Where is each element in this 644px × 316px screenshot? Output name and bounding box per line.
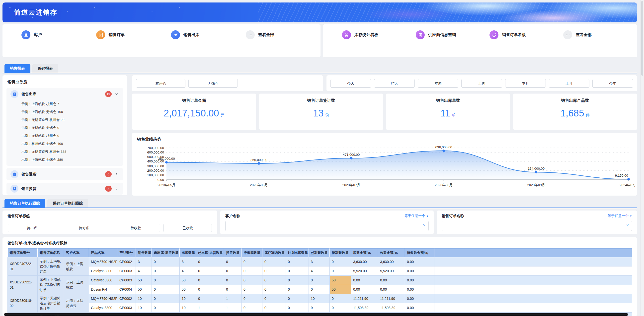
kpi-row: 销售订单金额 2,017,150.00元销售订单签订数 13份销售出库单数 11… (132, 94, 637, 130)
kpi-card: 销售出库单数 11单 (386, 94, 510, 130)
table-cell: 3,630.00 (378, 257, 405, 267)
svg-text:200,000.00: 200,000.00 (147, 169, 164, 172)
sales-flow-group-header[interactable]: 销售退货 6 (6, 168, 123, 180)
table-cell: MQM8790-HS2R (89, 257, 118, 267)
table-cell: 0 (196, 294, 224, 303)
table-cell: 11,508.39 (351, 303, 378, 313)
quick-nav-item[interactable]: 销售订单看板 (490, 30, 563, 39)
table-cell: 0 (309, 276, 330, 285)
customer-name-select[interactable]: ˅ (225, 221, 429, 231)
table-cell: 0 (242, 285, 262, 294)
cell-order-no: XSDD230918-02 (8, 294, 38, 313)
table-cell: 10 (180, 303, 196, 313)
table-cell: 50 (136, 276, 152, 285)
banner-decoration (258, 2, 637, 22)
order-tag-button[interactable]: 待对账 (60, 224, 108, 232)
quick-nav-item[interactable]: 销售订单 (96, 30, 171, 39)
quick-nav-item[interactable]: 销售出库 (171, 30, 246, 39)
vertical-scrollbar[interactable] (640, 0, 644, 316)
table-cell: 5,520.00 (378, 267, 405, 276)
date-range-button[interactable]: 今天 (330, 79, 371, 88)
order-filter-operator-link[interactable]: 等于任意一个 ▼ (608, 214, 632, 218)
table-column-header: 已出库-退货数量 (196, 249, 224, 257)
quick-nav-item[interactable]: 查看全部 (563, 30, 637, 39)
order-name-filter-panel: 销售订单名称 等于任意一个 ▼ ˅ (437, 210, 637, 234)
quick-nav-item[interactable]: 查看全部 (246, 30, 320, 39)
sales-flow-item[interactable]: 示例：上海帆软-无锡仓-280 (22, 156, 123, 164)
quick-nav-label: 供应商信息查询 (428, 32, 456, 38)
cell-order-name: 示例：无锡简道云-第3份销售订单 (38, 294, 64, 313)
quick-nav-item[interactable]: 客户 (22, 30, 96, 39)
order-name-select[interactable]: ˅ (442, 221, 632, 231)
sales-flow-panel: 销售业务流 销售出库 13 示例：上海帆软-杭州仓-7示例：上海帆软-无锡仓-1… (2, 75, 127, 195)
table-cell: 0 (152, 257, 180, 267)
svg-text:2023年06月: 2023年06月 (250, 183, 268, 187)
customer-filter-operator-link[interactable]: 等于任意一个 ▼ (404, 214, 429, 218)
date-range-button[interactable]: 上月 (549, 79, 590, 88)
tab-purchase-order-tracking[interactable]: 采购订单执行跟踪 (47, 199, 88, 207)
sales-flow-item[interactable]: 示例：上海帆软-无锡仓-100 (22, 108, 123, 116)
sales-flow-item[interactable]: 示例：无锡帆软-杭州仓-0 (22, 132, 123, 140)
table-cell: 0 (286, 257, 309, 267)
table-cell: 0 (286, 267, 309, 276)
sales-flow-group-label: 销售出库 (22, 92, 102, 97)
table-cell-filler (434, 267, 632, 276)
sales-flow-title: 销售业务流 (2, 75, 127, 85)
table-cell: 11,211.90 (378, 294, 405, 303)
svg-text:2023年08月: 2023年08月 (435, 183, 452, 187)
cell-customer: 示例：上海帆软 (64, 276, 89, 294)
date-range-button[interactable]: 今年 (592, 79, 633, 88)
table-cell: Dusun Pi4 (89, 285, 118, 294)
tab-sales-report[interactable]: 销售报表 (4, 64, 30, 73)
svg-text:471,000.00: 471,000.00 (343, 153, 360, 157)
date-range-button[interactable]: 上周 (461, 79, 502, 88)
kpi-unit: 元 (220, 113, 224, 117)
sales-flow-item[interactable]: 示例：杭州帆软-无锡仓-400 (22, 140, 123, 148)
date-range-button[interactable]: 昨天 (374, 79, 415, 88)
order-tag-button[interactable]: 待收款 (112, 224, 160, 232)
vertical-scrollbar-thumb[interactable] (641, 1, 643, 76)
table-cell: 1 (224, 303, 242, 313)
sales-flow-item[interactable]: 示例：无锡简道云-杭州仓-20 (22, 116, 123, 124)
table-cell: 10 (136, 294, 152, 303)
warehouse-button[interactable]: 杭州仓 (136, 79, 186, 88)
table-column-header: 销售订单编号 (8, 249, 38, 257)
svg-text:100,000.00: 100,000.00 (147, 173, 164, 177)
count-badge: 6 (105, 171, 112, 177)
sales-flow-group-label: 销售退货 (22, 172, 102, 177)
table-cell: 0 (286, 294, 309, 303)
table-cell: 1 (196, 303, 224, 313)
table-cell: 0 (242, 267, 262, 276)
horizontal-scrollbar-thumb[interactable] (4, 313, 628, 316)
table-cell: CP0003 (118, 267, 136, 276)
svg-text:381,000.00: 381,000.00 (158, 157, 175, 160)
table-column-header: 待收款金额/元 (405, 249, 434, 257)
table-cell: 0 (330, 257, 351, 267)
sales-flow-item[interactable]: 示例：无锡简道云-杭州仓-388 (22, 148, 123, 156)
sales-flow-group-header[interactable]: 销售出库 13 (6, 88, 123, 100)
sales-flow-item[interactable]: 示例：上海帆软-杭州仓-7 (22, 100, 123, 108)
tab-purchase-report[interactable]: 采购报表 (32, 64, 58, 73)
svg-text:9,150.00: 9,150.00 (615, 174, 628, 177)
svg-text:2024年07月: 2024年07月 (620, 183, 634, 187)
order-tag-button[interactable]: 已收款 (164, 224, 212, 232)
quick-nav-label: 销售出库 (184, 32, 200, 38)
tab-sales-order-tracking[interactable]: 销售订单执行跟踪 (4, 199, 45, 207)
quick-nav-item[interactable]: 供应商信息查询 (416, 30, 490, 39)
table-cell: 0 (152, 285, 180, 294)
order-tag-button[interactable]: 待出库 (8, 224, 56, 232)
sales-flow-group-header[interactable]: 销售换货 3 (6, 183, 123, 195)
table-cell: 0 (224, 267, 242, 276)
quick-nav-left-panel: 客户销售订单销售出库查看全部 (2, 24, 320, 57)
date-range-button[interactable]: 本月 (505, 79, 546, 88)
warehouse-button[interactable]: 无锡仓 (188, 79, 238, 88)
table-cell: CP0002 (118, 257, 136, 267)
table-cell: Catalyst 8300 (89, 267, 118, 276)
sales-flow-item[interactable]: 示例：无锡帆软-无锡仓-0 (22, 124, 123, 132)
clipboard-search-icon (416, 30, 425, 39)
table-cell: 11,211.90 (351, 294, 378, 303)
quick-nav-item[interactable]: 库存统计看板 (342, 30, 416, 39)
date-range-button[interactable]: 本周 (418, 79, 458, 88)
table-cell: CP0003 (118, 276, 136, 285)
table-cell: 0.00 (378, 285, 405, 294)
